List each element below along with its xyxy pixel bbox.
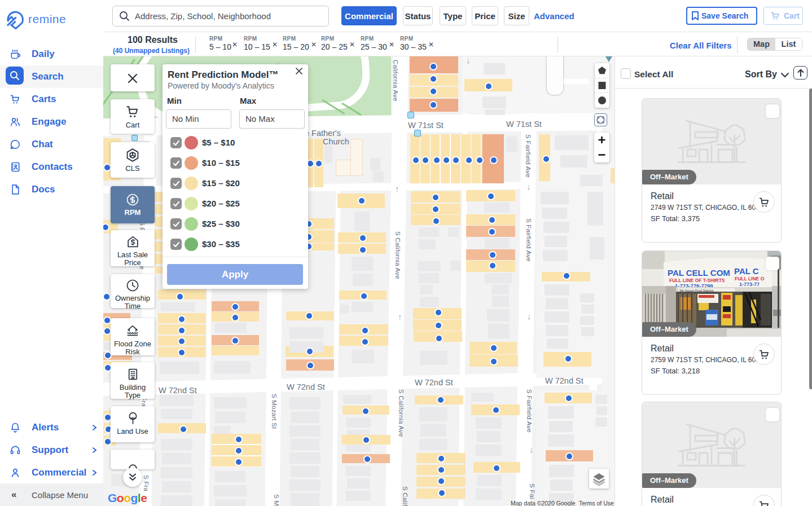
svg-text:PAL CELL COM: PAL CELL COM bbox=[668, 268, 730, 278]
svg-text:FULL LINE O: FULL LINE O bbox=[735, 276, 765, 281]
svg-text:PAL C: PAL C bbox=[734, 266, 759, 276]
svg-text:1-773-77: 1-773-77 bbox=[739, 281, 760, 287]
